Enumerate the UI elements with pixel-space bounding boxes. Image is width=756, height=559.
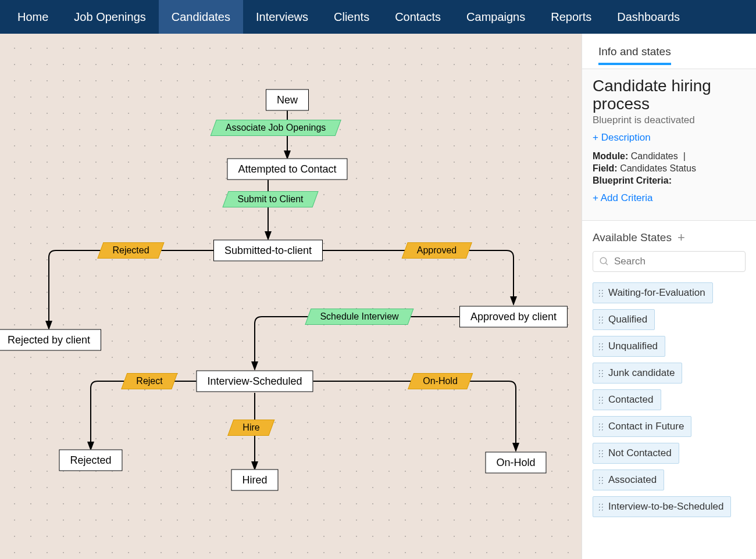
nav-contacts[interactable]: Contacts (382, 0, 454, 34)
state-new[interactable]: New (266, 89, 309, 111)
state-rejected-by-client[interactable]: Rejected by client (0, 329, 101, 351)
transition-reject[interactable]: Reject (121, 373, 178, 389)
transition-submit-to-client[interactable]: Submit to Client (222, 191, 318, 207)
blueprint-title: Candidate hiring process (593, 77, 746, 113)
state-chip[interactable]: Contact in Future (593, 416, 691, 437)
state-chips: Waiting-for-Evaluation Qualified Unquali… (593, 282, 746, 517)
state-chip[interactable]: Unqualified (593, 336, 665, 357)
field-row: Field: Candidates Status (593, 163, 746, 174)
state-chip[interactable]: Junk candidate (593, 363, 682, 384)
state-rejected[interactable]: Rejected (59, 450, 122, 471)
transition-schedule-interview[interactable]: Schedule Interview (305, 309, 413, 325)
search-states-input[interactable] (614, 256, 739, 267)
grip-icon (598, 369, 604, 377)
nav-reports[interactable]: Reports (538, 0, 604, 34)
search-icon (599, 256, 609, 267)
grip-icon (598, 289, 604, 297)
state-chip[interactable]: Interview-to-be-Scheduled (593, 496, 731, 517)
side-panel: Info and states Candidate hiring process… (582, 34, 756, 559)
grip-icon (598, 449, 604, 457)
state-attempted-contact[interactable]: Attempted to Contact (227, 159, 347, 180)
add-state-button[interactable]: + (677, 231, 685, 244)
state-on-hold[interactable]: On-Hold (485, 452, 546, 474)
nav-dashboards[interactable]: Dashboards (604, 0, 693, 34)
criteria-row: Blueprint Criteria: (593, 175, 746, 186)
transition-hire[interactable]: Hire (227, 420, 275, 436)
nav-clients[interactable]: Clients (321, 0, 382, 34)
blueprint-canvas[interactable]: New Attempted to Contact Submitted-to-cl… (0, 34, 582, 559)
state-submitted-to-client[interactable]: Submitted-to-client (213, 240, 323, 261)
grip-icon (598, 316, 604, 324)
tab-info-states[interactable]: Info and states (598, 45, 671, 65)
state-chip[interactable]: Associated (593, 470, 664, 490)
state-chip[interactable]: Contacted (593, 389, 661, 410)
connector-lines (0, 34, 582, 559)
blueprint-meta: Candidate hiring process Blueprint is de… (582, 69, 756, 221)
transition-associate-job-openings[interactable]: Associate Job Openings (211, 120, 341, 136)
grip-icon (598, 422, 604, 431)
svg-line-4 (605, 263, 608, 265)
state-chip[interactable]: Qualified (593, 309, 655, 330)
nav-candidates[interactable]: Candidates (159, 0, 243, 34)
state-approved-by-client[interactable]: Approved by client (459, 306, 568, 328)
available-states-section: Available States + Waiting-for-Evaluatio… (582, 221, 756, 528)
grip-icon (598, 476, 604, 484)
grip-icon (598, 342, 604, 350)
nav-job-openings[interactable]: Job Openings (61, 0, 158, 34)
nav-home[interactable]: Home (5, 0, 61, 34)
state-chip[interactable]: Waiting-for-Evaluation (593, 282, 713, 303)
available-states-title: Available States (593, 231, 672, 244)
top-nav: Home Job Openings Candidates Interviews … (0, 0, 756, 34)
state-hired[interactable]: Hired (231, 470, 278, 491)
transition-approved[interactable]: Approved (402, 242, 472, 259)
side-header: Info and states (582, 34, 756, 69)
grip-icon (598, 503, 604, 511)
state-chip[interactable]: Not Contacted (593, 443, 679, 464)
search-states-input-wrap[interactable] (593, 251, 746, 272)
add-description-link[interactable]: + Description (593, 132, 651, 144)
module-row: Module: Candidates | (593, 151, 746, 162)
state-interview-scheduled[interactable]: Interview-Scheduled (196, 371, 313, 392)
add-criteria-link[interactable]: + Add Criteria (593, 192, 652, 204)
svg-point-3 (600, 257, 607, 264)
grip-icon (598, 396, 604, 404)
transition-rejected[interactable]: Rejected (97, 242, 164, 259)
transition-on-hold[interactable]: On-Hold (408, 373, 473, 389)
nav-campaigns[interactable]: Campaigns (454, 0, 538, 34)
nav-interviews[interactable]: Interviews (243, 0, 321, 34)
blueprint-subtitle: Blueprint is deactivated (593, 114, 746, 126)
